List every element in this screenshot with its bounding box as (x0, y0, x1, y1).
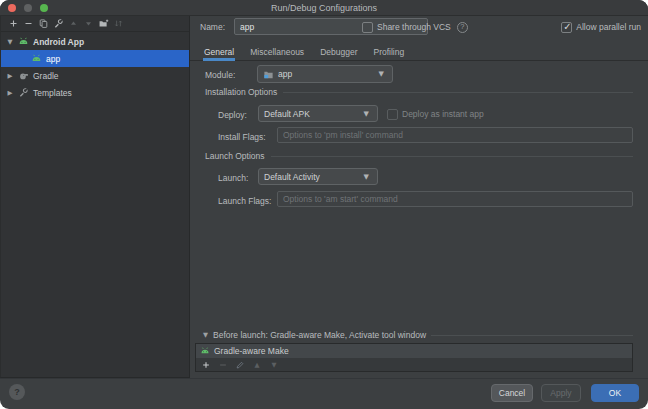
module-folder-icon (263, 69, 274, 80)
installation-options-title: Installation Options (205, 87, 277, 97)
module-dropdown[interactable]: app (257, 65, 393, 83)
allow-parallel-label: Allow parallel run (576, 22, 641, 32)
share-vcs-group: Share through VCS (362, 20, 468, 34)
tab-debugger[interactable]: Debugger (320, 43, 357, 60)
separator-line (283, 92, 633, 93)
tree-item-label: Templates (33, 88, 72, 98)
traffic-lights (8, 4, 48, 12)
instant-app-group: Deploy as instant app (387, 107, 484, 121)
allow-parallel-group: Allow parallel run (561, 20, 641, 34)
chevron-down-icon (364, 110, 369, 118)
tree-item-app[interactable]: app (1, 50, 189, 67)
launch-value: Default Activity (264, 172, 320, 182)
help-question-icon[interactable] (457, 22, 468, 33)
deploy-dropdown[interactable]: Default APK (258, 105, 378, 122)
chevron-down-icon (364, 173, 369, 181)
expand-arrow-icon[interactable] (6, 38, 14, 46)
tree-item-templates[interactable]: Templates (1, 84, 189, 101)
android-icon (200, 346, 210, 356)
instant-app-checkbox (387, 109, 398, 120)
titlebar: Run/Debug Configurations (0, 0, 648, 16)
sort-configurations-icon (113, 18, 124, 29)
instant-app-label: Deploy as instant app (402, 109, 484, 119)
install-flags-input[interactable] (277, 127, 633, 143)
launch-label: Launch: (218, 173, 248, 183)
before-launch-item-gradle-aware-make[interactable]: Gradle-aware Make (196, 344, 632, 358)
minimize-window-button[interactable] (24, 4, 32, 12)
tab-profiling[interactable]: Profiling (373, 43, 404, 60)
remove-task-icon (218, 360, 228, 370)
edit-pencil-icon (235, 360, 245, 370)
share-vcs-checkbox[interactable] (362, 22, 373, 33)
collapse-arrow-icon[interactable] (6, 89, 14, 97)
copy-configuration-icon[interactable] (38, 18, 49, 29)
install-flags-label: Install Flags: (218, 132, 266, 142)
tree-item-label: app (46, 54, 60, 64)
close-window-button[interactable] (8, 4, 16, 12)
help-button[interactable]: ? (9, 384, 25, 400)
launch-flags-label: Launch Flags: (218, 196, 271, 206)
launch-options-header: Launch Options (205, 151, 633, 161)
move-task-up-icon: ▲ (252, 360, 262, 370)
before-launch-title: Before launch: Gradle-aware Make, Activa… (213, 330, 426, 340)
tab-miscellaneous[interactable]: Miscellaneous (250, 43, 304, 60)
run-debug-configurations-dialog: Run/Debug Configurations (0, 0, 648, 409)
move-task-down-icon: ▼ (269, 360, 279, 370)
apply-button[interactable]: Apply (541, 384, 581, 402)
deploy-value: Default APK (264, 109, 310, 119)
tab-general[interactable]: General (204, 43, 234, 60)
tree-item-gradle[interactable]: Gradle (1, 67, 189, 84)
module-value: app (278, 69, 292, 79)
sidebar-toolbar (1, 16, 189, 32)
before-launch-header[interactable]: Before launch: Gradle-aware Make, Activa… (203, 330, 633, 340)
installation-options-header: Installation Options (205, 87, 633, 97)
move-down-icon (83, 18, 94, 29)
before-launch-toolbar: ▲ ▼ (196, 358, 632, 371)
launch-flags-input[interactable] (277, 191, 633, 207)
footer-separator (0, 378, 648, 379)
remove-configuration-button[interactable] (23, 18, 34, 29)
cancel-button[interactable]: Cancel (491, 384, 533, 402)
zoom-window-button[interactable] (40, 4, 48, 12)
tree-item-label: Gradle (33, 71, 59, 81)
share-vcs-label: Share through VCS (377, 22, 451, 32)
before-launch-list: Gradle-aware Make ▲ ▼ (195, 343, 633, 372)
add-configuration-button[interactable] (8, 18, 19, 29)
configurations-sidebar: Android App app Gradle Templa (0, 16, 190, 378)
android-icon (31, 53, 42, 64)
before-launch-item-label: Gradle-aware Make (214, 346, 289, 356)
configurations-tree: Android App app Gradle Templa (1, 33, 189, 101)
window-title: Run/Debug Configurations (0, 0, 648, 16)
launch-options-title: Launch Options (205, 151, 265, 161)
ok-button[interactable]: OK (591, 384, 639, 402)
add-task-button[interactable] (201, 360, 211, 370)
collapse-arrow-icon[interactable] (6, 72, 14, 80)
launch-dropdown[interactable]: Default Activity (258, 168, 378, 185)
edit-defaults-wrench-icon[interactable] (53, 18, 64, 29)
config-tabbar: General Miscellaneous Debugger Profiling (190, 43, 648, 61)
tree-item-android-app[interactable]: Android App (1, 33, 189, 50)
move-up-icon (68, 18, 79, 29)
deploy-label: Deploy: (218, 110, 247, 120)
allow-parallel-checkbox[interactable] (561, 22, 572, 33)
android-icon (18, 36, 29, 47)
name-label: Name: (200, 22, 225, 32)
collapse-section-arrow-icon[interactable] (203, 331, 208, 339)
chevron-down-icon (379, 70, 384, 78)
gradle-icon (18, 70, 29, 81)
separator-line (431, 335, 633, 336)
tree-item-label: Android App (33, 37, 84, 47)
separator-line (271, 156, 633, 157)
new-folder-icon[interactable] (98, 18, 109, 29)
module-label: Module: (205, 70, 235, 80)
wrench-icon (18, 87, 29, 98)
